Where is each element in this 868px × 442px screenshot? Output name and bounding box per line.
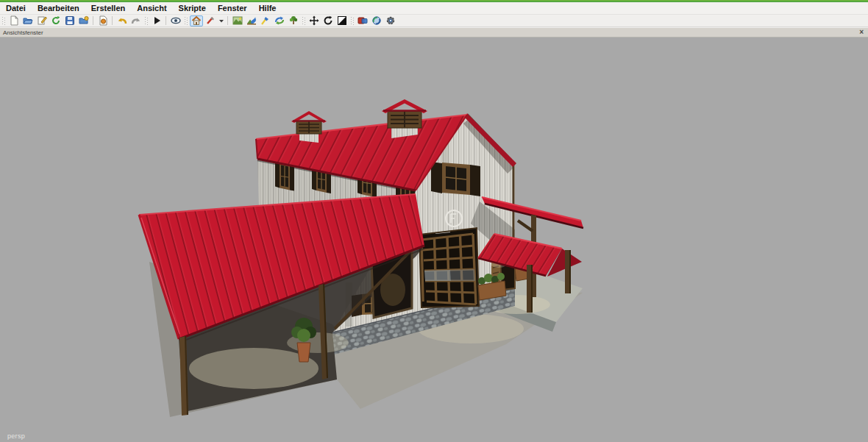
terrain-sculpt-button[interactable]	[231, 15, 244, 26]
toolbar-grip	[145, 17, 148, 25]
preferences-button[interactable]	[384, 15, 397, 26]
scale-square-icon	[337, 15, 347, 26]
house-icon	[191, 15, 202, 26]
gable-window	[431, 162, 480, 196]
reload-icon	[51, 15, 61, 26]
info-layer-icon	[274, 15, 285, 26]
close-icon[interactable]: ×	[855, 29, 868, 36]
play-icon	[152, 15, 162, 26]
terrain-paint-button[interactable]	[245, 15, 258, 26]
rotate-mode-button[interactable]	[321, 15, 335, 26]
menu-datei[interactable]: Datei	[0, 3, 32, 14]
move-arrows-icon	[309, 15, 319, 26]
toolbar-grip	[351, 17, 354, 25]
translate-mode-button[interactable]	[307, 15, 321, 26]
save-floppy-icon	[65, 15, 75, 26]
gear-icon	[385, 15, 396, 26]
undo-button[interactable]	[115, 15, 129, 26]
paintbrush-icon	[260, 15, 271, 26]
export-folder-icon	[79, 15, 89, 26]
menu-hilfe[interactable]: Hilfe	[253, 3, 282, 14]
eye-icon	[171, 15, 181, 26]
edit-page-icon	[37, 15, 47, 26]
rotate-arrow-icon	[323, 15, 333, 26]
viewport-panel-header: Ansichtsfenster ×	[0, 27, 868, 38]
camera-label: persp	[7, 432, 25, 440]
toolbar-separator	[166, 16, 166, 25]
menu-ansicht[interactable]: Ansicht	[131, 3, 172, 14]
shader-reload-button[interactable]	[370, 15, 383, 26]
undo-arrow-icon	[117, 15, 127, 26]
toolbar-separator	[112, 16, 113, 25]
menu-erstellen[interactable]: Erstellen	[85, 3, 131, 14]
render-box-icon	[357, 15, 368, 26]
menu-fenster[interactable]: Fenster	[212, 3, 253, 14]
menu-bearbeiten[interactable]: Bearbeiten	[32, 3, 85, 14]
terrain-foliage-paint-button[interactable]	[259, 15, 272, 26]
play-button[interactable]	[150, 15, 163, 26]
new-file-icon	[9, 15, 19, 26]
toolbar-separator	[227, 16, 228, 25]
airbrush-icon	[205, 15, 216, 26]
viewport-panel-title: Ansichtsfenster	[0, 29, 43, 36]
toolbar	[0, 15, 868, 27]
frame-selected-button[interactable]	[190, 15, 203, 26]
plant-icon	[288, 15, 299, 26]
menu-skripte[interactable]: Skripte	[173, 3, 212, 14]
garage-door	[419, 228, 479, 307]
terrain-paint-icon	[246, 15, 257, 26]
brush-options-button[interactable]	[218, 15, 225, 26]
scene-canvas	[0, 38, 868, 442]
toolbar-grip	[185, 17, 188, 25]
terrain-sculpt-icon	[232, 15, 243, 26]
tree-brush-button[interactable]	[287, 15, 300, 26]
redo-arrow-icon	[131, 15, 141, 26]
reload-scene-button[interactable]	[49, 15, 63, 26]
menu-bar: Datei Bearbeiten Erstellen Ansicht Skrip…	[0, 2, 868, 15]
toolbar-separator	[93, 16, 93, 25]
globe-arrows-icon	[371, 15, 382, 26]
open-file-button[interactable]	[21, 15, 35, 26]
edit-file-button[interactable]	[35, 15, 49, 26]
new-file-button[interactable]	[7, 15, 21, 26]
toolbar-grip	[302, 17, 305, 25]
terrain-info-layer-button[interactable]	[273, 15, 286, 26]
redo-button[interactable]	[129, 15, 143, 26]
import-page-icon	[98, 15, 108, 26]
toolbar-grip	[2, 17, 5, 25]
open-folder-icon	[23, 15, 33, 26]
import-asset-button[interactable]	[96, 15, 110, 26]
save-button[interactable]	[63, 15, 77, 26]
export-button[interactable]	[77, 15, 90, 26]
toggle-visibility-button[interactable]	[169, 15, 182, 26]
scale-mode-button[interactable]	[335, 15, 349, 26]
chevron-down-icon	[218, 15, 224, 26]
interactive-brush-button[interactable]	[204, 15, 217, 26]
render-mode-button[interactable]	[356, 15, 369, 26]
viewport-3d[interactable]: persp	[0, 38, 868, 442]
